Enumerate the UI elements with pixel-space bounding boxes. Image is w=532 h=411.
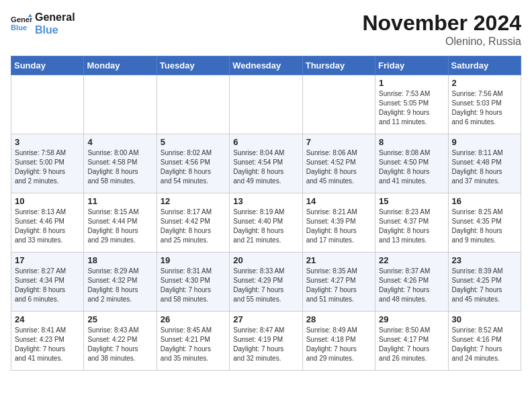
svg-text:Blue: Blue: [11, 24, 27, 32]
table-row: 7Sunrise: 8:06 AM Sunset: 4:52 PM Daylig…: [302, 134, 375, 193]
table-row: 25Sunrise: 8:43 AM Sunset: 4:22 PM Dayli…: [84, 312, 157, 371]
table-row: 29Sunrise: 8:50 AM Sunset: 4:17 PM Dayli…: [375, 312, 448, 371]
day-info: Sunrise: 8:50 AM Sunset: 4:17 PM Dayligh…: [379, 326, 444, 363]
day-info: Sunrise: 7:56 AM Sunset: 5:03 PM Dayligh…: [452, 89, 517, 127]
table-row: 16Sunrise: 8:25 AM Sunset: 4:35 PM Dayli…: [448, 193, 521, 253]
table-row: [84, 75, 157, 134]
table-row: 4Sunrise: 8:00 AM Sunset: 4:58 PM Daylig…: [84, 134, 157, 193]
table-row: 11Sunrise: 8:15 AM Sunset: 4:44 PM Dayli…: [84, 193, 157, 253]
day-number: 11: [87, 196, 152, 206]
day-number: 5: [161, 137, 226, 147]
day-info: Sunrise: 8:00 AM Sunset: 4:58 PM Dayligh…: [87, 148, 152, 186]
logo-icon: General Blue: [11, 13, 32, 34]
day-info: Sunrise: 8:06 AM Sunset: 4:52 PM Dayligh…: [306, 148, 371, 186]
location: Olenino, Russia: [362, 36, 521, 48]
table-row: 3Sunrise: 7:58 AM Sunset: 5:00 PM Daylig…: [11, 134, 84, 193]
day-number: 15: [379, 196, 444, 206]
table-row: 20Sunrise: 8:33 AM Sunset: 4:29 PM Dayli…: [230, 253, 302, 312]
table-row: [11, 75, 84, 134]
day-info: Sunrise: 8:43 AM Sunset: 4:22 PM Dayligh…: [87, 326, 152, 363]
day-info: Sunrise: 8:17 AM Sunset: 4:42 PM Dayligh…: [161, 208, 226, 245]
day-number: 29: [379, 314, 444, 324]
day-number: 19: [161, 255, 226, 265]
col-wednesday: Wednesday: [230, 56, 302, 75]
day-info: Sunrise: 8:08 AM Sunset: 4:50 PM Dayligh…: [379, 148, 444, 186]
day-info: Sunrise: 8:11 AM Sunset: 4:48 PM Dayligh…: [452, 148, 517, 186]
table-row: 13Sunrise: 8:19 AM Sunset: 4:40 PM Dayli…: [230, 193, 302, 253]
day-number: 18: [87, 255, 152, 265]
day-info: Sunrise: 8:33 AM Sunset: 4:29 PM Dayligh…: [233, 267, 298, 304]
day-info: Sunrise: 8:21 AM Sunset: 4:39 PM Dayligh…: [306, 208, 371, 245]
day-number: 3: [15, 137, 80, 147]
table-row: 10Sunrise: 8:13 AM Sunset: 4:46 PM Dayli…: [11, 193, 84, 253]
day-info: Sunrise: 7:58 AM Sunset: 5:00 PM Dayligh…: [15, 148, 80, 186]
day-number: 21: [306, 255, 371, 265]
day-info: Sunrise: 8:19 AM Sunset: 4:40 PM Dayligh…: [233, 208, 298, 245]
page-header: General Blue General Blue November 2024 …: [11, 11, 521, 48]
col-friday: Friday: [375, 56, 448, 75]
col-sunday: Sunday: [11, 56, 84, 75]
table-row: 24Sunrise: 8:41 AM Sunset: 4:23 PM Dayli…: [11, 312, 84, 371]
day-number: 17: [15, 255, 80, 265]
table-row: 5Sunrise: 8:02 AM Sunset: 4:56 PM Daylig…: [157, 134, 229, 193]
calendar-body: 1Sunrise: 7:53 AM Sunset: 5:05 PM Daylig…: [11, 75, 521, 371]
table-row: 17Sunrise: 8:27 AM Sunset: 4:34 PM Dayli…: [11, 253, 84, 312]
day-number: 4: [87, 137, 152, 147]
day-info: Sunrise: 8:04 AM Sunset: 4:54 PM Dayligh…: [233, 148, 298, 186]
table-row: 1Sunrise: 7:53 AM Sunset: 5:05 PM Daylig…: [375, 75, 448, 134]
calendar-header: Sunday Monday Tuesday Wednesday Thursday…: [11, 56, 521, 75]
day-info: Sunrise: 8:47 AM Sunset: 4:19 PM Dayligh…: [233, 326, 298, 363]
table-row: 22Sunrise: 8:37 AM Sunset: 4:26 PM Dayli…: [375, 253, 448, 312]
day-info: Sunrise: 8:41 AM Sunset: 4:23 PM Dayligh…: [15, 326, 80, 363]
day-info: Sunrise: 8:13 AM Sunset: 4:46 PM Dayligh…: [15, 208, 80, 245]
col-thursday: Thursday: [302, 56, 375, 75]
table-row: 15Sunrise: 8:23 AM Sunset: 4:37 PM Dayli…: [375, 193, 448, 253]
day-number: 14: [306, 196, 371, 206]
day-info: Sunrise: 8:37 AM Sunset: 4:26 PM Dayligh…: [379, 267, 444, 304]
col-tuesday: Tuesday: [157, 56, 229, 75]
day-number: 8: [379, 137, 444, 147]
day-number: 1: [379, 78, 444, 88]
title-block: November 2024 Olenino, Russia: [362, 11, 521, 48]
table-row: [157, 75, 229, 134]
day-number: 7: [306, 137, 371, 147]
day-number: 28: [306, 314, 371, 324]
table-row: 12Sunrise: 8:17 AM Sunset: 4:42 PM Dayli…: [157, 193, 229, 253]
table-row: 27Sunrise: 8:47 AM Sunset: 4:19 PM Dayli…: [230, 312, 302, 371]
day-number: 30: [452, 314, 517, 324]
day-info: Sunrise: 8:23 AM Sunset: 4:37 PM Dayligh…: [379, 208, 444, 245]
day-number: 23: [452, 255, 517, 265]
day-number: 6: [233, 137, 298, 147]
day-number: 22: [379, 255, 444, 265]
day-info: Sunrise: 8:39 AM Sunset: 4:25 PM Dayligh…: [452, 267, 517, 304]
day-info: Sunrise: 8:45 AM Sunset: 4:21 PM Dayligh…: [161, 326, 226, 363]
month-title: November 2024: [362, 11, 521, 36]
day-number: 20: [233, 255, 298, 265]
day-info: Sunrise: 8:15 AM Sunset: 4:44 PM Dayligh…: [87, 208, 152, 245]
day-number: 12: [161, 196, 226, 206]
table-row: 28Sunrise: 8:49 AM Sunset: 4:18 PM Dayli…: [302, 312, 375, 371]
day-info: Sunrise: 8:29 AM Sunset: 4:32 PM Dayligh…: [87, 267, 152, 304]
col-saturday: Saturday: [448, 56, 521, 75]
table-row: 18Sunrise: 8:29 AM Sunset: 4:32 PM Dayli…: [84, 253, 157, 312]
day-number: 16: [452, 196, 517, 206]
day-info: Sunrise: 8:31 AM Sunset: 4:30 PM Dayligh…: [161, 267, 226, 304]
day-info: Sunrise: 8:49 AM Sunset: 4:18 PM Dayligh…: [306, 326, 371, 363]
day-number: 13: [233, 196, 298, 206]
day-info: Sunrise: 7:53 AM Sunset: 5:05 PM Dayligh…: [379, 89, 444, 127]
day-number: 2: [452, 78, 517, 88]
table-row: 30Sunrise: 8:52 AM Sunset: 4:16 PM Dayli…: [448, 312, 521, 371]
table-row: 21Sunrise: 8:35 AM Sunset: 4:27 PM Dayli…: [302, 253, 375, 312]
table-row: 6Sunrise: 8:04 AM Sunset: 4:54 PM Daylig…: [230, 134, 302, 193]
day-info: Sunrise: 8:27 AM Sunset: 4:34 PM Dayligh…: [15, 267, 80, 304]
table-row: [230, 75, 302, 134]
day-number: 24: [15, 314, 80, 324]
day-number: 27: [233, 314, 298, 324]
calendar-table: Sunday Monday Tuesday Wednesday Thursday…: [11, 56, 521, 371]
logo-line1: General: [35, 11, 75, 24]
day-number: 10: [15, 196, 80, 206]
table-row: 14Sunrise: 8:21 AM Sunset: 4:39 PM Dayli…: [302, 193, 375, 253]
table-row: 2Sunrise: 7:56 AM Sunset: 5:03 PM Daylig…: [448, 75, 521, 134]
logo: General Blue General Blue: [11, 11, 75, 36]
day-info: Sunrise: 8:52 AM Sunset: 4:16 PM Dayligh…: [452, 326, 517, 363]
